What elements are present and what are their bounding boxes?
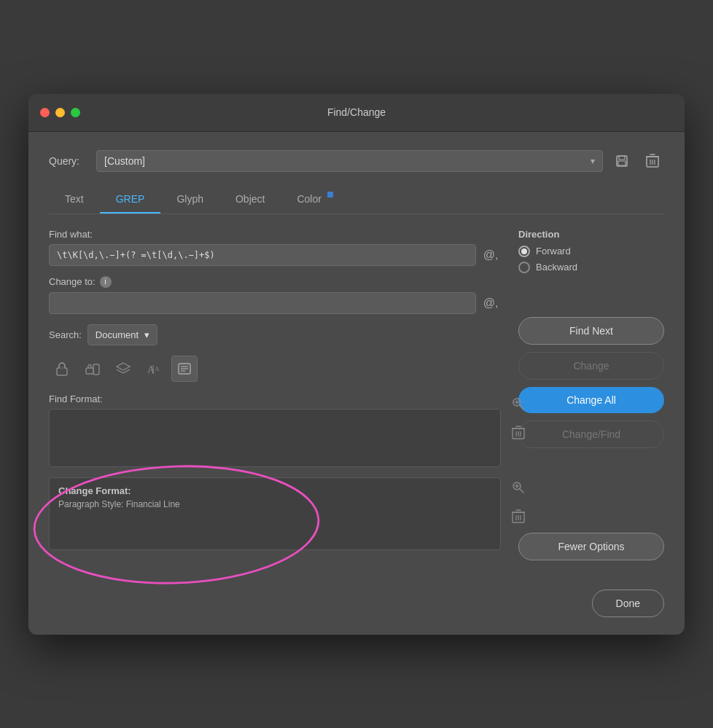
change-to-row: @, [49,292,501,314]
change-to-special-chars-button[interactable]: @, [480,293,501,313]
tab-color[interactable]: Color [281,186,337,214]
maximize-button[interactable] [71,108,80,117]
dialog-content: Query: [Custom] ▾ [28,132,685,578]
svg-rect-12 [93,364,99,375]
search-value: Document [96,329,139,340]
tab-grep[interactable]: GREP [100,186,161,214]
find-format-search-icon[interactable] [508,394,529,414]
change-format-value: Paragraph Style: Financial Line [58,499,491,509]
lock-sensitivity-icon[interactable] [49,356,75,382]
save-query-button[interactable] [610,149,634,173]
radio-backward[interactable]: Backward [518,262,664,273]
tab-object[interactable]: Object [219,186,281,214]
svg-line-33 [520,489,523,493]
radio-backward-outer [518,262,530,273]
font-size-icon[interactable]: A A [141,356,167,382]
svg-rect-2 [618,161,626,165]
change-find-button: Change/Find [518,420,664,448]
query-value: [Custom] [104,155,145,167]
radio-backward-label: Backward [536,262,577,273]
tab-bar: Text GREP Glyph Object Color [49,186,664,214]
main-area: Find what: @, Change to: i @, Search [49,229,664,560]
svg-line-22 [520,405,523,409]
trash-icon [646,154,659,168]
find-what-input[interactable] [49,244,476,266]
find-format-label: Find Format: [49,394,501,404]
change-format-delete-icon[interactable] [508,506,529,527]
find-format-section: Find Format: [49,394,501,467]
radio-forward[interactable]: Forward [518,246,664,257]
chevron-down-icon: ▾ [144,329,149,340]
svg-text:A: A [155,365,160,372]
paragraph-icon[interactable] [171,356,198,382]
find-format-icons [508,394,529,443]
change-button: Change [518,352,664,380]
find-next-button[interactable]: Find Next [518,317,664,345]
change-format-label: Change Format: [58,485,491,496]
minimize-button[interactable] [55,108,65,117]
change-all-button[interactable]: Change All [518,387,664,413]
change-format-icons [508,477,529,527]
direction-section: Direction Forward Backward [518,229,664,278]
radio-forward-outer [518,246,530,257]
fewer-options-button[interactable]: Fewer Options [518,533,664,560]
tab-text[interactable]: Text [49,186,100,214]
delete-query-button[interactable] [641,149,664,173]
find-format-delete-icon[interactable] [508,423,529,443]
case-lock-icon[interactable] [79,356,106,382]
done-row: Done [28,578,685,635]
change-format-search-icon[interactable] [508,477,529,498]
svg-rect-11 [86,368,93,374]
query-dropdown[interactable]: [Custom] ▾ [96,150,603,172]
info-icon[interactable]: i [100,276,112,288]
find-format-box [49,409,501,467]
radio-forward-inner [521,248,527,254]
save-icon [615,154,629,168]
search-dropdown[interactable]: Document ▾ [87,324,157,345]
done-button[interactable]: Done [592,590,664,617]
search-row: Search: Document ▾ [49,324,501,345]
change-format-section: Change Format: Paragraph Style: Financia… [49,477,501,550]
tab-glyph[interactable]: Glyph [160,186,219,214]
right-panel: Direction Forward Backward Find Next Cha… [518,229,664,560]
change-format-box: Change Format: Paragraph Style: Financia… [49,477,501,550]
svg-marker-13 [117,363,130,370]
titlebar: Find/Change [28,94,685,132]
find-change-dialog: Find/Change Query: [Custom] ▾ [28,94,685,635]
query-row: Query: [Custom] ▾ [49,149,664,173]
window-title: Find/Change [327,106,386,118]
direction-label: Direction [518,229,664,240]
left-panel: Find what: @, Change to: i @, Search [49,229,501,560]
find-what-row: @, [49,244,501,266]
find-what-special-chars-button[interactable]: @, [480,245,501,265]
layers-icon[interactable] [110,356,136,382]
close-button[interactable] [40,108,50,117]
search-label: Search: [49,329,82,340]
change-to-label: Change to: i [49,276,501,288]
window-controls [40,108,80,117]
query-label: Query: [49,155,89,167]
options-toolbar: A A [49,356,501,382]
find-what-label: Find what: [49,229,501,240]
chevron-down-icon: ▾ [591,156,595,166]
svg-rect-10 [60,367,64,369]
radio-forward-label: Forward [536,246,571,257]
change-to-input[interactable] [49,292,476,314]
